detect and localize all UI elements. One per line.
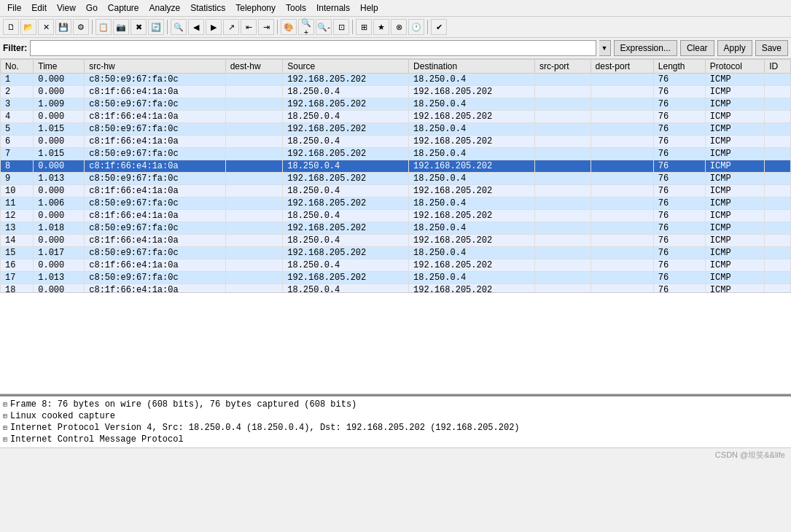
toolbar-goto[interactable]: ↗ [223,19,239,35]
toolbar-capture-options[interactable]: 📷 [113,19,129,35]
toolbar-sep-5 [427,20,428,34]
menu-edit[interactable]: Edit [27,1,51,15]
detail-line-text: Internet Protocol Version 4, Src: 18.250… [10,423,520,433]
toolbar-close[interactable]: ✕ [38,19,54,35]
table-cell: 0.000 [34,74,85,86]
toolbar-last[interactable]: ⇥ [258,19,274,35]
detail-line[interactable]: ⊞Internet Control Message Protocol [3,434,788,445]
menu-view[interactable]: View [52,1,80,15]
table-row[interactable]: 60.000c8:1f:66:e4:1a:0a18.250.0.4192.168… [1,136,791,148]
table-row[interactable]: 91.013c8:50:e9:67:fa:0c192.168.205.20218… [1,173,791,185]
table-cell [591,284,653,293]
toolbar-new[interactable]: 🗋 [3,19,19,35]
table-cell: 76 [653,210,705,222]
table-cell: ICMP [705,160,764,173]
table-row[interactable]: 10.000c8:50:e9:67:fa:0c192.168.205.20218… [1,74,791,86]
toolbar-zoom-in[interactable]: 🔍+ [298,19,314,35]
toolbar-ignore[interactable]: ⊗ [391,19,407,35]
table-cell: c8:50:e9:67:fa:0c [85,272,225,284]
detail-line[interactable]: ⊞Linux cooked capture [3,410,788,422]
detail-line[interactable]: ⊞Frame 8: 76 bytes on wire (608 bits), 7… [3,399,788,410]
menu-tools[interactable]: Tools [281,1,311,15]
toolbar-mark[interactable]: ★ [373,19,389,35]
col-header-srcport[interactable]: src-port [534,60,591,74]
menu-analyze[interactable]: Analyze [145,1,185,15]
table-row[interactable]: 80.000c8:1f:66:e4:1a:0a18.250.0.4192.168… [1,160,791,173]
table-row[interactable]: 140.000c8:1f:66:e4:1a:0a18.250.0.4192.16… [1,235,791,247]
table-row[interactable]: 120.000c8:1f:66:e4:1a:0a18.250.0.4192.16… [1,210,791,222]
toolbar-checksum[interactable]: ✔ [431,19,447,35]
table-row[interactable]: 151.017c8:50:e9:67:fa:0c192.168.205.2021… [1,247,791,259]
col-header-srchw[interactable]: src-hw [85,60,225,74]
col-header-desthw[interactable]: dest-hw [225,60,283,74]
table-row[interactable]: 131.018c8:50:e9:67:fa:0c192.168.205.2021… [1,222,791,235]
filter-input[interactable] [30,40,596,56]
table-cell: 8 [1,160,34,173]
toolbar-options[interactable]: ⚙ [73,19,89,35]
table-row[interactable]: 160.000c8:1f:66:e4:1a:0a18.250.0.4192.16… [1,259,791,272]
col-header-no[interactable]: No. [1,60,34,74]
menu-telephony[interactable]: Telephony [231,1,280,15]
table-cell [225,235,283,247]
table-cell: 18.250.0.4 [409,272,535,284]
col-header-destport[interactable]: dest-port [591,60,653,74]
toolbar-back[interactable]: ◀ [188,19,204,35]
table-row[interactable]: 40.000c8:1f:66:e4:1a:0a18.250.0.4192.168… [1,111,791,123]
toolbar-save[interactable]: 💾 [55,19,71,35]
table-cell [765,74,791,86]
table-cell: 13 [1,222,34,235]
table-cell [225,111,283,123]
table-cell: c8:50:e9:67:fa:0c [85,148,225,160]
table-row[interactable]: 100.000c8:1f:66:e4:1a:0a18.250.0.4192.16… [1,185,791,197]
apply-button[interactable]: Apply [717,40,752,56]
table-row[interactable]: 31.009c8:50:e9:67:fa:0c192.168.205.20218… [1,98,791,111]
table-cell [765,111,791,123]
col-header-length[interactable]: Length [653,60,705,74]
table-cell: c8:1f:66:e4:1a:0a [85,259,225,272]
table-cell: 0.000 [34,160,85,173]
table-cell: 4 [1,111,34,123]
table-cell: 18.250.0.4 [409,148,535,160]
detail-line[interactable]: ⊞Internet Protocol Version 4, Src: 18.25… [3,422,788,434]
menu-help[interactable]: Help [356,1,383,15]
col-header-source[interactable]: Source [283,60,409,74]
table-row[interactable]: 111.006c8:50:e9:67:fa:0c192.168.205.2021… [1,197,791,210]
toolbar-zoom-reset[interactable]: ⊡ [333,19,349,35]
table-row[interactable]: 180.000c8:1f:66:e4:1a:0a18.250.0.4192.16… [1,284,791,293]
table-row[interactable]: 171.013c8:50:e9:67:fa:0c192.168.205.2021… [1,272,791,284]
table-row[interactable]: 51.015c8:50:e9:67:fa:0c192.168.205.20218… [1,123,791,136]
expression-button[interactable]: Expression... [614,40,677,56]
menu-statistics[interactable]: Statistics [186,1,230,15]
col-header-destination[interactable]: Destination [409,60,535,74]
toolbar-forward[interactable]: ▶ [206,19,222,35]
table-cell [591,160,653,173]
col-header-time[interactable]: Time [34,60,85,74]
toolbar-resize-columns[interactable]: ⊞ [356,19,372,35]
toolbar-colorize[interactable]: 🎨 [281,19,297,35]
table-cell: ICMP [705,222,764,235]
table-row[interactable]: 71.015c8:50:e9:67:fa:0c192.168.205.20218… [1,148,791,160]
toolbar-open[interactable]: 📂 [20,19,36,35]
menu-capture[interactable]: Capture [104,1,144,15]
menu-internals[interactable]: Internals [312,1,354,15]
packet-table-wrapper[interactable]: No. Time src-hw dest-hw Source Destinati… [0,59,791,292]
toolbar-first[interactable]: ⇤ [241,19,257,35]
menu-file[interactable]: File [3,1,26,15]
table-cell [591,197,653,210]
toolbar-zoom-out[interactable]: 🔍- [316,19,332,35]
menu-go[interactable]: Go [82,1,102,15]
toolbar-set-time[interactable]: 🕐 [408,19,424,35]
toolbar-find[interactable]: 🔍 [171,19,187,35]
filter-dropdown-arrow[interactable]: ▼ [599,40,611,56]
col-header-id[interactable]: ID [765,60,791,74]
col-header-protocol[interactable]: Protocol [705,60,764,74]
save-button[interactable]: Save [755,40,788,56]
table-cell: c8:50:e9:67:fa:0c [85,197,225,210]
table-cell: 0.000 [34,235,85,247]
toolbar-stop[interactable]: ✖ [130,19,147,35]
toolbar-capture-interfaces[interactable]: 📋 [96,19,112,35]
toolbar-restart[interactable]: 🔄 [148,19,164,35]
menubar: File Edit View Go Capture Analyze Statis… [0,0,791,17]
clear-button[interactable]: Clear [680,40,714,56]
table-row[interactable]: 20.000c8:1f:66:e4:1a:0a18.250.0.4192.168… [1,86,791,98]
